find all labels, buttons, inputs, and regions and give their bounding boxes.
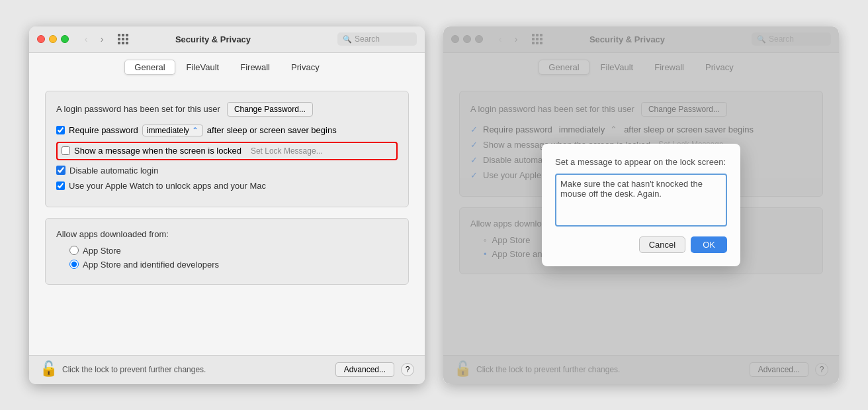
dialog-buttons: Cancel OK <box>555 236 727 253</box>
app-store-identified-radio-left[interactable] <box>69 260 79 269</box>
apple-watch-label-left: Use your Apple Watch to unlock apps and … <box>69 181 266 191</box>
search-icon: 🔍 <box>343 35 352 44</box>
footer-left: 🔓 Click the lock to prevent further chan… <box>29 355 425 384</box>
footer-text-left: Click the lock to prevent further change… <box>62 365 329 374</box>
back-button[interactable]: ‹ <box>79 32 93 46</box>
content-left: A login password has been set for this u… <box>29 80 425 355</box>
require-password-checkbox-left[interactable] <box>56 126 65 134</box>
window-title-left: Security & Privacy <box>94 34 332 44</box>
dialog-cancel-button[interactable]: Cancel <box>639 236 685 253</box>
app-store-row-left: App Store <box>69 246 398 256</box>
set-lock-message-button-left[interactable]: Set Lock Message... <box>245 145 328 157</box>
dialog-title: Set a message to appear on the lock scre… <box>555 157 727 167</box>
tab-general-left[interactable]: General <box>124 60 175 75</box>
tabs-left: General FileVault Firewall Privacy <box>29 53 425 80</box>
change-password-button-left[interactable]: Change Password... <box>227 102 313 117</box>
tab-filevault-left[interactable]: FileVault <box>177 60 230 75</box>
login-password-text-left: A login password has been set for this u… <box>56 104 220 114</box>
apple-watch-checkbox-left[interactable] <box>56 181 65 190</box>
titlebar-left: ‹ › Security & Privacy 🔍 Search <box>29 26 425 53</box>
tab-privacy-left[interactable]: Privacy <box>281 60 329 75</box>
immediately-dropdown-left[interactable]: immediately ⌃ <box>142 125 203 136</box>
lock-icon-left[interactable]: 🔓 <box>40 360 56 379</box>
disable-autologin-label-left: Disable automatic login <box>69 166 158 176</box>
show-message-checkbox-left[interactable] <box>62 146 70 155</box>
help-button-left[interactable]: ? <box>401 363 414 376</box>
disable-autologin-checkbox-left[interactable] <box>56 166 65 175</box>
dropdown-arrow-left: ⌃ <box>192 126 198 135</box>
app-store-radio-left[interactable] <box>69 246 79 255</box>
left-window: ‹ › Security & Privacy 🔍 Search General … <box>29 26 425 384</box>
dialog-ok-button[interactable]: OK <box>691 236 727 253</box>
set-lock-message-dialog: Set a message to appear on the lock scre… <box>542 144 740 266</box>
search-placeholder-left: Search <box>355 34 380 44</box>
lock-message-textarea[interactable]: Make sure the cat hasn't knocked the mou… <box>555 174 727 227</box>
maximize-button[interactable] <box>61 35 69 43</box>
show-message-label-left: Show a message when the screen is locked <box>74 146 241 156</box>
apple-watch-row-left: Use your Apple Watch to unlock apps and … <box>56 181 398 191</box>
allow-apps-section-left: Allow apps downloaded from: App Store Ap… <box>45 218 409 285</box>
after-sleep-text-left: after sleep or screen saver begins <box>207 125 337 135</box>
right-window: ‹ › Security & Privacy 🔍 Search General … <box>443 26 839 384</box>
disable-autologin-row-left: Disable automatic login <box>56 166 398 176</box>
tab-firewall-left[interactable]: Firewall <box>230 60 280 75</box>
require-password-row-left: Require password immediately ⌃ after sle… <box>56 125 398 136</box>
dialog-overlay: Set a message to appear on the lock scre… <box>443 26 839 384</box>
login-password-row-left: A login password has been set for this u… <box>56 102 398 117</box>
app-store-identified-row-left: App Store and identified developers <box>69 260 398 270</box>
search-bar-left[interactable]: 🔍 Search <box>337 32 417 46</box>
close-button[interactable] <box>37 35 45 43</box>
traffic-lights-left <box>37 35 69 43</box>
minimize-button[interactable] <box>49 35 57 43</box>
require-password-label-left: Require password <box>69 125 138 135</box>
allow-apps-title-left: Allow apps downloaded from: <box>56 229 398 239</box>
show-message-row-left: Show a message when the screen is locked… <box>56 142 398 160</box>
immediately-text-left: immediately <box>147 126 189 135</box>
app-store-label-left: App Store <box>83 246 121 256</box>
advanced-button-left[interactable]: Advanced... <box>335 362 394 377</box>
login-section-left: A login password has been set for this u… <box>45 91 409 207</box>
app-store-identified-label-left: App Store and identified developers <box>83 260 219 270</box>
